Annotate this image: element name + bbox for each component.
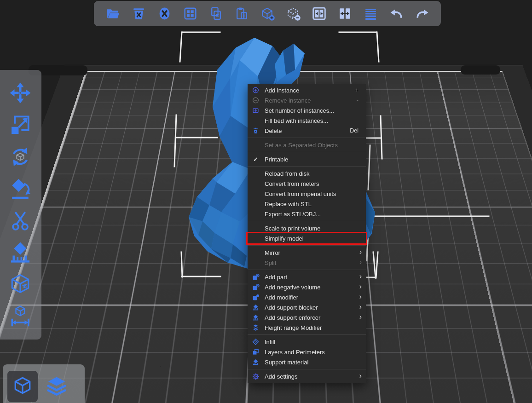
submenu-chevron-icon: ›	[359, 372, 362, 380]
menu-separator	[248, 270, 366, 270]
place-on-face-tool-button[interactable]	[7, 176, 33, 202]
menu-item-convert-from-imperial-units[interactable]: Convert from imperial units	[248, 189, 366, 199]
split-to-parts-icon	[337, 6, 353, 21]
paint-supports-icon	[8, 241, 32, 265]
submenu-chevron-icon: ›	[359, 313, 362, 321]
submenu-chevron-icon: ›	[359, 282, 362, 291]
support-material-icon	[252, 358, 260, 366]
menu-item-export-as-stl-obj[interactable]: Export as STL/OBJ...	[248, 209, 366, 219]
seam-painting-tool-button[interactable]	[7, 272, 33, 298]
add-modifier-icon	[252, 294, 260, 301]
menu-item-mirror[interactable]: Mirror ›	[248, 248, 366, 258]
set-instances-icon	[252, 107, 260, 115]
infill-icon	[252, 338, 260, 346]
menu-item-set-as-separated-objects[interactable]: Set as a Separated Objects	[248, 140, 366, 150]
menu-item-fill-bed-with-instances[interactable]: Fill bed with instances...	[248, 115, 366, 126]
add-part-icon	[252, 273, 260, 281]
delete-button[interactable]	[129, 4, 148, 24]
paint-supports-tool-button[interactable]	[7, 240, 33, 265]
top-toolbar	[94, 1, 441, 26]
left-toolbar	[0, 70, 41, 340]
measure-icon	[8, 305, 32, 328]
menu-item-convert-from-meters[interactable]: Convert from meters	[248, 178, 366, 189]
delete-all-button[interactable]	[155, 4, 174, 24]
undo-icon	[389, 6, 404, 21]
circle-minus-icon	[252, 97, 260, 104]
menu-item-delete[interactable]: Delete Del	[248, 126, 366, 136]
menu-item-infill[interactable]: Infill	[248, 337, 366, 347]
seam-painting-icon	[8, 273, 32, 297]
arrange-icon	[183, 6, 198, 21]
menu-separator	[248, 334, 366, 335]
menu-separator	[248, 152, 366, 152]
check-icon: ✓	[252, 155, 260, 163]
view-switcher	[3, 364, 85, 403]
slicer-window: Add instance + Remove instance - Set num…	[0, 0, 532, 403]
paste-icon	[234, 6, 249, 21]
submenu-chevron-icon: ›	[359, 248, 362, 256]
split-to-parts-button[interactable]	[335, 4, 354, 24]
menu-separator	[248, 369, 366, 369]
menu-item-add-settings[interactable]: Add settings ›	[248, 371, 366, 381]
scale-icon	[8, 113, 32, 137]
menu-separator	[248, 166, 366, 167]
variable-layer-height-icon	[363, 6, 378, 21]
arrange-button[interactable]	[180, 4, 200, 24]
layers-perimeters-icon	[252, 348, 260, 356]
move-tool-button[interactable]	[7, 80, 33, 106]
submenu-chevron-icon: ›	[359, 258, 362, 266]
scale-tool-button[interactable]	[7, 112, 33, 138]
split-to-objects-button[interactable]	[309, 4, 329, 24]
submenu-chevron-icon: ›	[359, 272, 362, 281]
menu-item-add-negative-volume[interactable]: Add negative volume ›	[248, 282, 366, 292]
support-blocker-icon	[252, 304, 260, 311]
menu-item-support-material[interactable]: Support material	[248, 357, 366, 367]
layers-preview-icon	[45, 375, 68, 398]
trash-icon	[252, 127, 260, 135]
cut-icon	[8, 209, 32, 233]
circle-plus-icon	[252, 86, 260, 94]
rotate-tool-button[interactable]	[7, 144, 33, 170]
bed-clip-right	[461, 65, 500, 75]
open-folder-button[interactable]	[103, 4, 122, 24]
delete-all-icon	[157, 6, 172, 21]
menu-item-scale-to-print-volume[interactable]: Scale to print volume	[248, 223, 366, 233]
view-layers-preview-button[interactable]	[41, 371, 72, 402]
move-icon	[8, 81, 32, 105]
submenu-chevron-icon: ›	[359, 303, 362, 311]
menu-item-add-modifier[interactable]: Add modifier ›	[248, 292, 366, 302]
menu-item-height-range-modifier[interactable]: Height range Modifier	[248, 322, 366, 333]
measure-tool-button[interactable]	[7, 304, 33, 329]
menu-item-reload-from-disk[interactable]: Reload from disk	[248, 168, 366, 178]
menu-item-set-number-of-instances[interactable]: Set number of instances...	[248, 105, 366, 115]
menu-item-split[interactable]: Split ›	[248, 258, 366, 268]
menu-item-layers-and-perimeters[interactable]: Layers and Perimeters	[248, 347, 366, 357]
submenu-chevron-icon: ›	[359, 293, 362, 301]
menu-item-add-instance[interactable]: Add instance +	[248, 85, 366, 95]
3d-editor-cube-icon	[12, 376, 33, 397]
menu-item-add-support-blocker[interactable]: Add support blocker ›	[248, 302, 366, 312]
redo-icon	[415, 6, 430, 21]
menu-item-add-part[interactable]: Add part ›	[248, 272, 366, 282]
menu-separator	[248, 138, 366, 138]
menu-item-replace-with-stl[interactable]: Replace with STL	[248, 199, 366, 209]
menu-item-printable[interactable]: ✓ Printable	[248, 154, 366, 164]
menu-item-add-support-enforcer[interactable]: Add support enforcer ›	[248, 312, 366, 322]
menu-separator	[248, 221, 366, 221]
remove-instance-button[interactable]	[283, 4, 303, 24]
add-instance-button[interactable]	[258, 4, 277, 24]
cut-tool-button[interactable]	[7, 208, 33, 234]
redo-button[interactable]	[412, 4, 432, 24]
add-instance-icon	[260, 6, 275, 21]
support-enforcer-icon	[252, 314, 260, 322]
view-3d-editor-button[interactable]	[7, 371, 38, 402]
delete-icon	[131, 6, 146, 21]
open-folder-icon	[105, 6, 121, 21]
menu-item-remove-instance[interactable]: Remove instance -	[248, 95, 366, 105]
copy-button[interactable]	[206, 4, 226, 24]
variable-layer-height-button[interactable]	[361, 4, 380, 24]
remove-instance-icon	[286, 6, 301, 21]
undo-button[interactable]	[387, 4, 406, 24]
menu-item-simplify-model[interactable]: Simplify model	[248, 233, 366, 243]
paste-button[interactable]	[232, 4, 251, 24]
